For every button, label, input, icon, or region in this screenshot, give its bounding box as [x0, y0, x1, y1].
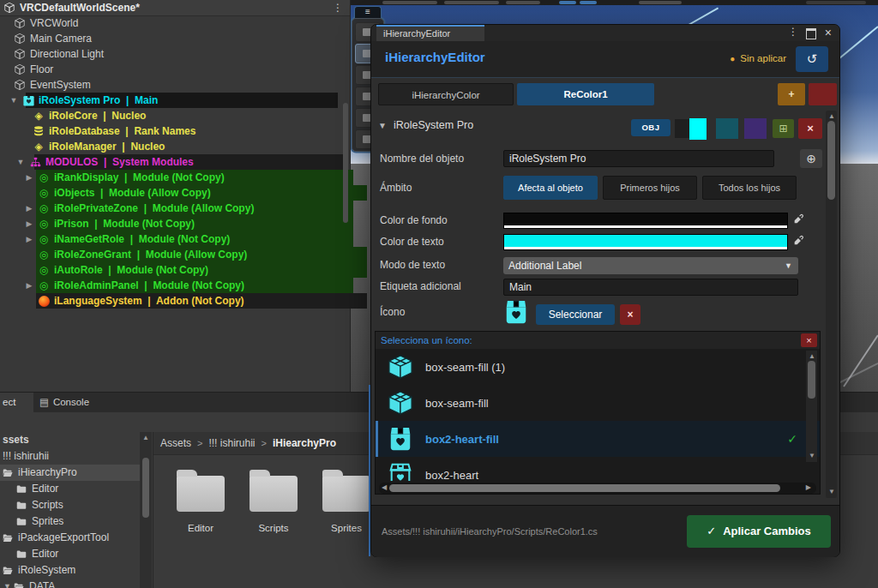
- foldout-arrow-icon[interactable]: ▶: [22, 173, 36, 182]
- tree-item-ssets[interactable]: ssets: [0, 432, 141, 448]
- toolbar-button[interactable]: [444, 1, 499, 4]
- obj-button[interactable]: OBJ: [631, 119, 671, 136]
- icon-list-scrollbar-thumb[interactable]: [808, 361, 815, 399]
- tree-item-ishiruhii[interactable]: !!! ishiruhii: [0, 448, 141, 465]
- script-tab-recolor1[interactable]: ReColor1: [517, 83, 654, 105]
- background-color-field[interactable]: [503, 213, 788, 229]
- hierarchy-item-vrcworld[interactable]: VRCWorld: [0, 15, 362, 31]
- hierarchy-item-irolesystem-pro[interactable]: ▼ iRoleSystem Pro | Main: [0, 93, 357, 108]
- icon-list-item-box2-heart[interactable]: box2-heart: [376, 457, 820, 481]
- toolbar-button[interactable]: [639, 1, 682, 4]
- scene-header-row[interactable]: VRCDefaultWorldScene* ⋮: [0, 0, 350, 16]
- color-swatch[interactable]: [689, 118, 707, 140]
- scroll-up-icon[interactable]: ▲: [828, 112, 835, 120]
- hierarchy-item-iprison[interactable]: ▶ ◎ iPrison | Module (Not Copy): [0, 216, 372, 231]
- object-name-field[interactable]: iRoleSystem Pro: [503, 150, 774, 167]
- play-button[interactable]: [559, 1, 576, 4]
- hierarchy-item-irolecore[interactable]: ◈ iRoleCore | Nucleo: [0, 108, 381, 123]
- close-icon[interactable]: ×: [825, 26, 832, 39]
- clear-icon-button[interactable]: ×: [620, 304, 640, 325]
- ambito-option-afecta-al-objeto[interactable]: Afecta al objeto: [503, 176, 598, 200]
- tree-item-irolesystem[interactable]: iRoleSystem: [0, 562, 141, 579]
- tree-item-ihiearchypro[interactable]: iHiearchyPro: [0, 465, 141, 481]
- kebab-menu-icon[interactable]: ⋮: [333, 0, 343, 15]
- icon-list-item-box-seam-fill[interactable]: box-seam-fill: [376, 385, 820, 421]
- scroll-up-icon[interactable]: ▲: [809, 352, 815, 360]
- text-mode-dropdown[interactable]: Additional Label▼: [503, 257, 798, 274]
- hierarchy-item-iroleprivatezone[interactable]: ▶ ◎ iRolePrivateZone | Module (Allow Cop…: [0, 201, 372, 216]
- tree-item-scripts[interactable]: Scripts: [0, 497, 154, 513]
- eyedropper-icon[interactable]: [793, 235, 805, 247]
- icon-list-item-box2-heart-fill[interactable]: box2-heart-fill ✓: [376, 421, 820, 457]
- window-scrollbar-thumb[interactable]: [827, 121, 835, 200]
- foldout-arrow-icon[interactable]: ▶: [22, 235, 36, 243]
- hierarchy-item-iautorole[interactable]: ◎ iAutoRole | Module (Not Copy): [0, 262, 386, 278]
- pause-button[interactable]: [580, 1, 597, 4]
- asset-folder-sprites[interactable]: Sprites: [318, 469, 375, 533]
- hierarchy-item-irolemanager[interactable]: ◈ iRoleManager | Nucleo: [0, 139, 381, 154]
- foldout-arrow-icon[interactable]: ▼: [14, 158, 27, 166]
- hierarchy-item-ilanguagesystem[interactable]: iLanguageSystem | Addon (Not Copy): [0, 293, 386, 309]
- hierarchy-item-floor[interactable]: Floor: [0, 62, 362, 77]
- maximize-icon[interactable]: [806, 28, 816, 39]
- color-swatch[interactable]: [716, 118, 738, 139]
- grid-button[interactable]: ⊞: [773, 119, 794, 138]
- additional-label-field[interactable]: Main: [503, 279, 798, 296]
- scroll-down-icon[interactable]: ▼: [809, 452, 815, 459]
- foldout-arrow-icon[interactable]: ▶: [22, 204, 36, 213]
- tree-item-editor[interactable]: Editor: [0, 481, 154, 497]
- add-script-button[interactable]: +: [778, 83, 805, 105]
- icon-list-item-box-seam-fill-1[interactable]: box-seam-fill (1): [376, 349, 820, 385]
- hierarchy-item-modulos[interactable]: ▼ MODULOS | System Modules: [0, 154, 364, 170]
- ambito-option-primeros-hijos[interactable]: Primeros hijos: [603, 176, 697, 200]
- tree-scrollbar-thumb[interactable]: [142, 458, 149, 518]
- asset-folder-scripts[interactable]: Scripts: [245, 469, 302, 533]
- script-tab-ihierarchycolor[interactable]: iHierarchyColor: [378, 83, 514, 105]
- toolbar-button[interactable]: [506, 1, 540, 4]
- tab-project[interactable]: ect: [0, 393, 33, 412]
- color-swatch[interactable]: [675, 119, 689, 138]
- eyedropper-icon[interactable]: [793, 213, 805, 225]
- icon-picker-close-button[interactable]: ×: [801, 333, 817, 347]
- hierarchy-item-irankdisplay[interactable]: ▶ ◎ iRankDisplay | Module (Not Copy): [0, 170, 372, 185]
- hierarchy-item-inamegetrole[interactable]: ▶ ◎ iNameGetRole | Module (Not Copy): [0, 231, 372, 247]
- section-foldout-icon[interactable]: ▼: [378, 121, 387, 130]
- ambito-option-todos-los-hijos[interactable]: Todos los hijos: [702, 176, 797, 200]
- breadcrumb-item[interactable]: !!! ishiruhii: [208, 437, 255, 449]
- hierarchy-item-irolezonegrant[interactable]: ◎ iRoleZoneGrant | Module (Allow Copy): [0, 247, 386, 262]
- scroll-right-icon[interactable]: ▶: [806, 483, 811, 491]
- tree-item-data[interactable]: ▼ DATA: [0, 579, 141, 588]
- toolbar-button[interactable]: [806, 1, 866, 4]
- scroll-left-icon[interactable]: ◀: [382, 483, 387, 491]
- refresh-button[interactable]: ↺: [796, 46, 828, 72]
- hierarchy-item-iobjects[interactable]: ◎ iObjects | Module (Allow Copy): [0, 185, 386, 201]
- hierarchy-item-iroleadminpanel[interactable]: ▶ ◎ iRoleAdminPanel | Module (Not Copy): [0, 278, 372, 293]
- hierarchy-item-directional-light[interactable]: Directional Light: [0, 46, 362, 62]
- window-menu-icon[interactable]: ⋮: [788, 26, 798, 38]
- horizontal-scrollbar-thumb[interactable]: [389, 484, 780, 492]
- tree-item-sprites[interactable]: Sprites: [0, 513, 154, 530]
- foldout-arrow-icon[interactable]: ▶: [22, 219, 36, 228]
- toolbar-button[interactable]: [382, 1, 437, 4]
- scroll-down-icon[interactable]: ▼: [828, 488, 835, 495]
- foldout-arrow-icon[interactable]: ▶: [22, 281, 36, 290]
- remove-script-button[interactable]: [809, 83, 837, 105]
- scroll-up-icon[interactable]: ▲: [142, 434, 149, 441]
- window-tab[interactable]: iHierarchyEditor: [376, 25, 484, 41]
- asset-folder-editor[interactable]: Editor: [172, 469, 229, 533]
- foldout-arrow-icon[interactable]: ▼: [2, 579, 13, 588]
- tab-console[interactable]: ▤Console: [39, 393, 89, 412]
- apply-changes-button[interactable]: ✓Aplicar Cambios: [687, 515, 831, 548]
- breadcrumb-item[interactable]: iHiearchyPro: [273, 437, 336, 449]
- hierarchy-item-iroledatabase[interactable]: iRoleDatabase | Rank Names: [0, 123, 381, 139]
- add-object-button[interactable]: ⊕: [800, 149, 822, 168]
- tree-item-ipackageexporttool[interactable]: iPackageExportTool: [0, 530, 141, 546]
- tree-item-editor[interactable]: Editor: [0, 546, 154, 562]
- section-delete-button[interactable]: ×: [798, 118, 822, 139]
- breadcrumb-item[interactable]: Assets: [160, 437, 191, 449]
- foldout-arrow-icon[interactable]: ▼: [7, 96, 21, 105]
- hierarchy-scrollbar[interactable]: [343, 103, 348, 223]
- seleccionar-button[interactable]: Seleccionar: [536, 304, 615, 325]
- color-swatch[interactable]: [744, 118, 767, 139]
- text-color-field[interactable]: [503, 234, 788, 250]
